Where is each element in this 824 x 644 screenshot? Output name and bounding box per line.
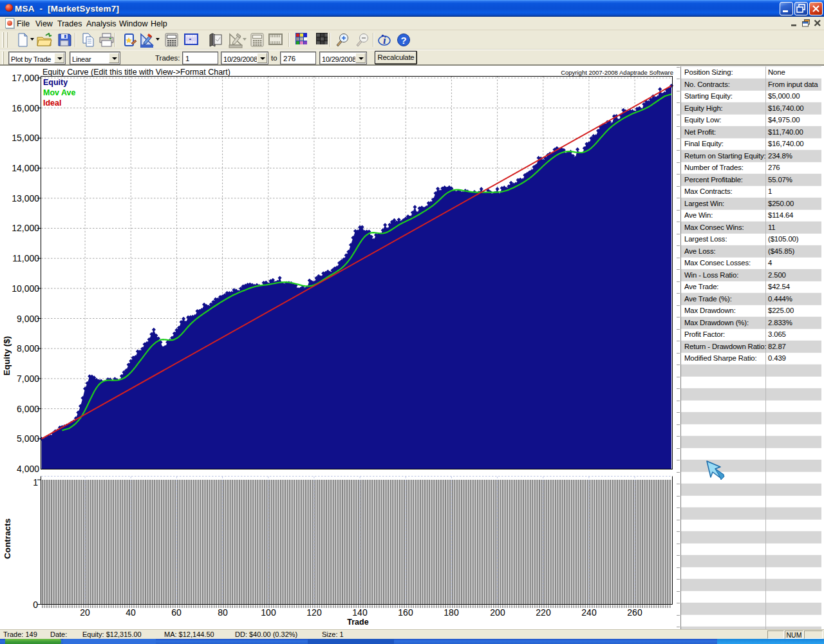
svg-text:?: ? [401,35,407,46]
